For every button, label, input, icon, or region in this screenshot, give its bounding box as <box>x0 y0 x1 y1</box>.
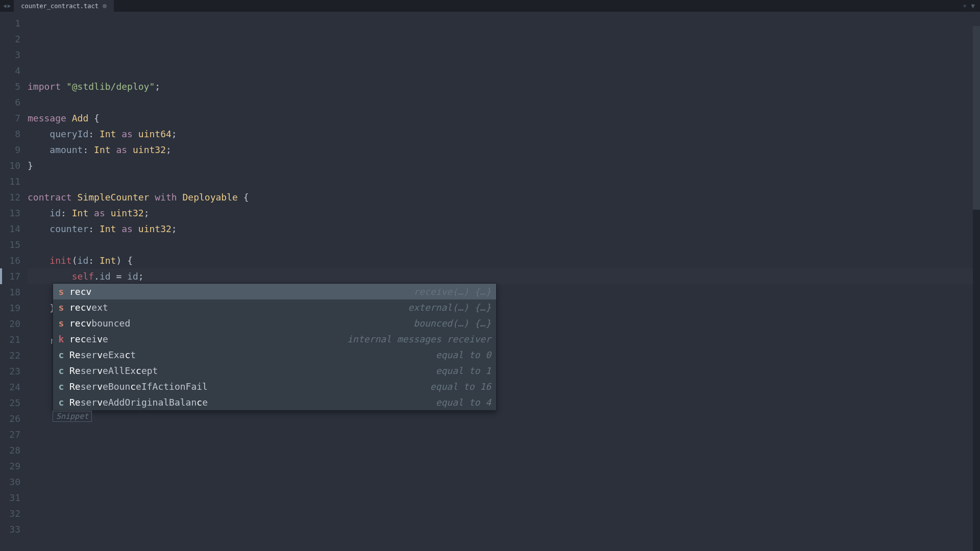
completion-hint: bounced(…) {…} <box>413 318 491 329</box>
line-number: 7 <box>0 110 20 126</box>
line-number: 32 <box>0 506 20 521</box>
nav-forward-icon[interactable]: ▶ <box>8 3 11 9</box>
code-line[interactable] <box>28 490 980 506</box>
completion-name: recvbounced <box>69 318 408 329</box>
code-line[interactable]: import "@stdlib/deploy"; <box>28 79 980 94</box>
code-line[interactable] <box>28 458 980 474</box>
vertical-scrollbar[interactable] <box>973 26 980 551</box>
completion-name: recvext <box>69 302 403 313</box>
completion-hint: equal to 1 <box>436 365 491 376</box>
line-number: 22 <box>0 347 20 363</box>
code-line[interactable] <box>28 442 980 458</box>
kind-icon: c <box>58 381 64 392</box>
completion-name: receive <box>69 334 342 344</box>
autocomplete-item[interactable]: srecvbouncedbounced(…) {…} <box>53 315 496 331</box>
nav-arrows: ◀ ▶ <box>3 3 11 9</box>
snippet-badge: Snippet <box>53 411 92 422</box>
code-line[interactable] <box>28 427 980 442</box>
line-number: 15 <box>0 237 20 253</box>
kind-icon: k <box>58 334 64 344</box>
line-number: 3 <box>0 47 20 63</box>
line-number: 30 <box>0 474 20 490</box>
completion-name: ReserveAddOriginalBalance <box>69 397 431 408</box>
code-line[interactable] <box>28 506 980 521</box>
kind-icon: s <box>58 302 64 313</box>
line-number: 26 <box>0 411 20 427</box>
code-line[interactable]: } <box>28 158 980 173</box>
line-number: 21 <box>0 332 20 347</box>
scrollbar-thumb[interactable] <box>973 26 980 210</box>
line-number: 17 <box>0 268 20 284</box>
line-number: 19 <box>0 300 20 316</box>
line-number: 24 <box>0 379 20 395</box>
line-number: 31 <box>0 490 20 506</box>
code-line[interactable] <box>28 411 980 427</box>
code-line[interactable] <box>28 537 980 551</box>
line-number: 25 <box>0 395 20 411</box>
dirty-indicator-icon <box>103 4 107 8</box>
line-number: 18 <box>0 284 20 300</box>
line-number: 8 <box>0 126 20 142</box>
line-number: 6 <box>0 94 20 110</box>
completion-hint: equal to 4 <box>436 397 491 408</box>
completion-name: ReserveBounceIfActionFail <box>69 381 425 392</box>
line-number: 23 <box>0 363 20 379</box>
code-line[interactable]: counter: Int as uint32; <box>28 221 980 237</box>
autocomplete-item[interactable]: cReserveExactequal to 0 <box>53 347 496 363</box>
line-number: 9 <box>0 142 20 158</box>
tabs-menu-icon[interactable]: ▼ <box>971 2 975 10</box>
code-area[interactable]: import "@stdlib/deploy";message Add { qu… <box>28 12 980 551</box>
completion-hint: equal to 0 <box>436 349 491 360</box>
autocomplete-item[interactable]: kreceiveinternal messages receiver <box>53 331 496 347</box>
line-number: 1 <box>0 15 20 31</box>
autocomplete-item[interactable]: srecvextexternal(…) {…} <box>53 299 496 315</box>
completion-hint: equal to 16 <box>430 381 491 392</box>
line-number: 13 <box>0 205 20 221</box>
completion-name: ReserveExact <box>69 349 431 360</box>
code-line[interactable] <box>28 94 980 110</box>
line-number: 12 <box>0 189 20 205</box>
code-line[interactable] <box>28 521 980 537</box>
line-number: 2 <box>0 31 20 47</box>
autocomplete-popup[interactable]: srecvreceive(…) {…}srecvextexternal(…) {… <box>53 283 497 411</box>
kind-icon: c <box>58 397 64 408</box>
completion-name: ReserveAllExcept <box>69 365 431 376</box>
completion-hint: internal messages receiver <box>347 334 491 344</box>
line-number: 5 <box>0 79 20 94</box>
tab-label: counter_contract.tact <box>21 3 99 10</box>
completion-hint: receive(…) {…} <box>413 286 491 297</box>
line-number: 29 <box>0 458 20 474</box>
line-number: 4 <box>0 63 20 79</box>
gutter: 1234567891011121314151617181920212223242… <box>0 12 28 551</box>
tab-file[interactable]: counter_contract.tact <box>14 0 114 12</box>
code-line[interactable]: id: Int as uint32; <box>28 205 980 221</box>
kind-icon: c <box>58 365 64 376</box>
line-number: 14 <box>0 221 20 237</box>
code-line[interactable]: contract SimpleCounter with Deployable { <box>28 189 980 205</box>
line-number: 20 <box>0 316 20 332</box>
completion-name: recv <box>69 286 408 297</box>
code-line[interactable] <box>28 237 980 253</box>
autocomplete-item[interactable]: cReserveAllExceptequal to 1 <box>53 363 496 379</box>
code-line[interactable]: queryId: Int as uint64; <box>28 126 980 142</box>
kind-icon: c <box>58 349 64 360</box>
line-number: 28 <box>0 442 20 458</box>
editor[interactable]: 1234567891011121314151617181920212223242… <box>0 12 980 551</box>
code-line[interactable] <box>28 173 980 189</box>
line-number: 33 <box>0 521 20 537</box>
code-line[interactable] <box>28 474 980 490</box>
code-line[interactable]: init(id: Int) { <box>28 253 980 268</box>
nav-back-icon[interactable]: ◀ <box>3 3 7 9</box>
kind-icon: s <box>58 318 64 329</box>
code-line[interactable]: message Add { <box>28 110 980 126</box>
line-number: 16 <box>0 253 20 268</box>
line-number: 10 <box>0 158 20 173</box>
autocomplete-item[interactable]: srecvreceive(…) {…} <box>53 284 496 299</box>
new-tab-icon[interactable]: + <box>963 2 967 10</box>
completion-hint: external(…) {…} <box>408 302 491 313</box>
autocomplete-item[interactable]: cReserveAddOriginalBalanceequal to 4 <box>53 394 496 410</box>
kind-icon: s <box>58 286 64 297</box>
line-number: 11 <box>0 173 20 189</box>
autocomplete-item[interactable]: cReserveBounceIfActionFailequal to 16 <box>53 379 496 394</box>
code-line[interactable]: amount: Int as uint32; <box>28 142 980 158</box>
